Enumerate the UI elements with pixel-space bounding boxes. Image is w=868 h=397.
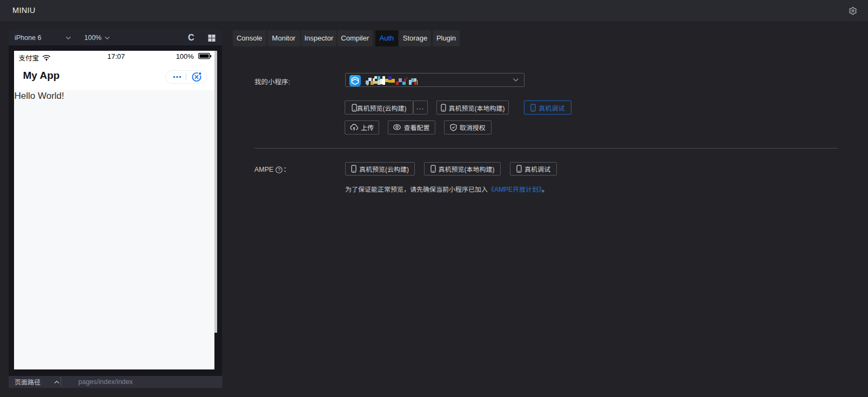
svg-text:?: ? — [278, 167, 281, 172]
